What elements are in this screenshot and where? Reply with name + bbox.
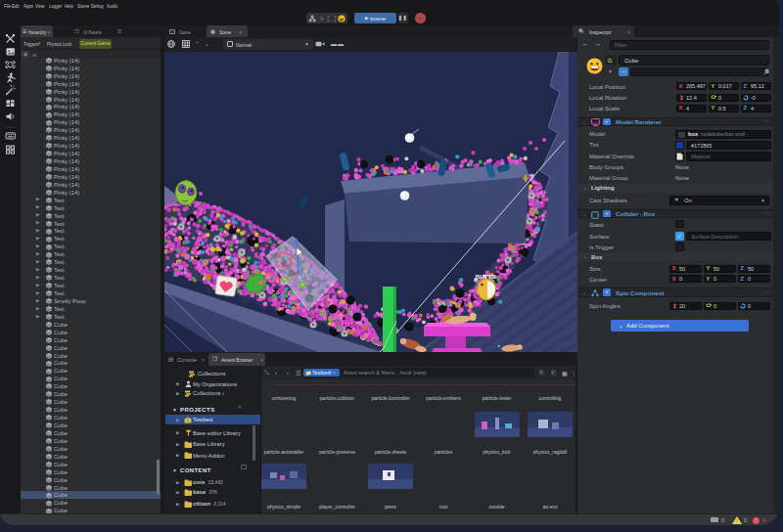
svg-text:BUTTS: BUTTS bbox=[476, 273, 496, 280]
svg-text:!: ! bbox=[736, 518, 737, 524]
